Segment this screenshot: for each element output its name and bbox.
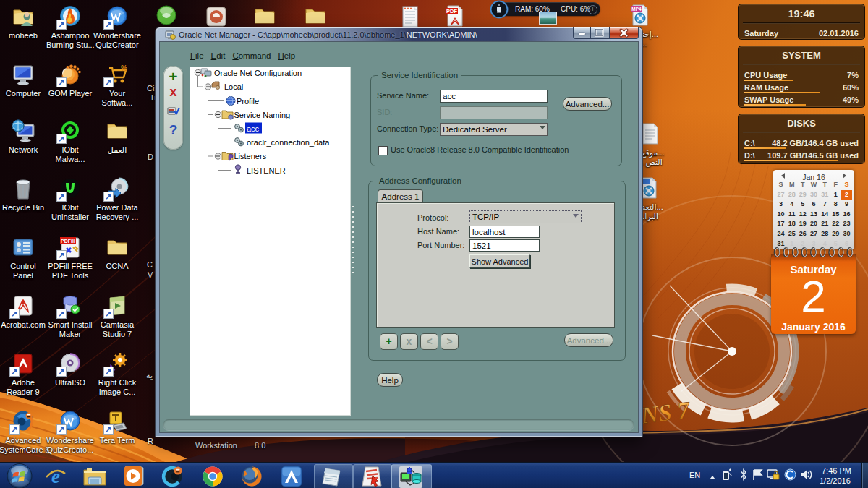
svg-text:Service Naming: Service Naming	[234, 111, 291, 119]
svg-text:Local: Local	[224, 82, 243, 91]
svg-text:e: e	[51, 466, 60, 487]
svg-text:MP4: MP4	[631, 7, 642, 12]
svg-text:PDF: PDF	[446, 8, 457, 14]
svg-text:PDFill: PDFill	[61, 239, 75, 244]
svg-text:oraclr_connection_data: oraclr_connection_data	[247, 138, 330, 147]
svg-text:%: %	[121, 64, 127, 72]
svg-text:LISTENER: LISTENER	[247, 166, 286, 175]
svg-text:Oracle Net Configuration: Oracle Net Configuration	[214, 69, 302, 77]
svg-text:acc: acc	[247, 124, 260, 133]
svg-text:Listeners: Listeners	[234, 152, 267, 160]
svg-text:Profile: Profile	[237, 97, 259, 106]
